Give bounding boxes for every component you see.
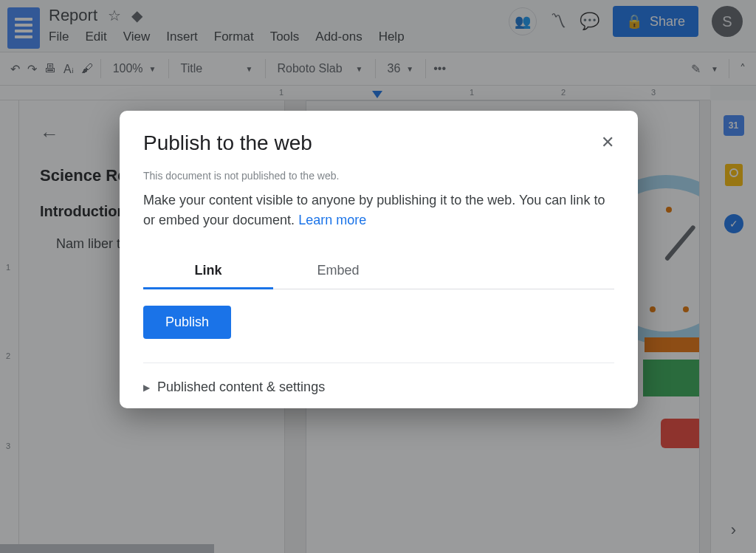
tab-link[interactable]: Link [143, 255, 273, 289]
chevron-right-icon: ▶ [143, 382, 150, 393]
expander-label: Published content & settings [157, 379, 325, 395]
published-settings-expander[interactable]: ▶ Published content & settings [143, 379, 614, 395]
dialog-tabs: Link Embed [143, 255, 614, 289]
learn-more-link[interactable]: Learn more [298, 213, 366, 227]
dialog-description: Make your content visible to anyone by p… [143, 190, 614, 230]
dialog-description-text: Make your content visible to anyone by p… [143, 193, 605, 227]
tab-embed[interactable]: Embed [273, 255, 403, 289]
dialog-title: Publish to the web [143, 131, 601, 155]
publish-button[interactable]: Publish [143, 306, 231, 339]
close-icon[interactable]: ✕ [601, 133, 614, 152]
publish-to-web-dialog: Publish to the web ✕ This document is no… [120, 111, 638, 408]
dialog-subtext: This document is not published to the we… [143, 170, 614, 182]
